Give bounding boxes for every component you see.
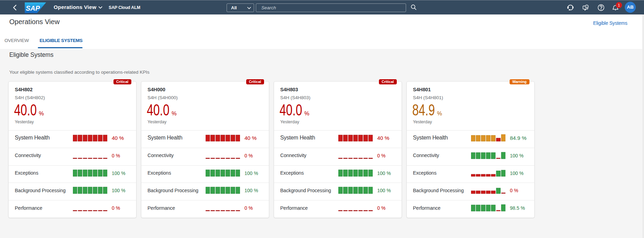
svg-text:SAP: SAP [26, 4, 40, 12]
